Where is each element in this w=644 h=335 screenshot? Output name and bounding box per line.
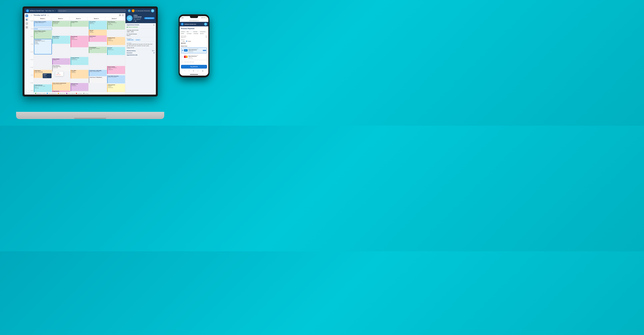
details-close-icon[interactable]: ▲ [153,24,154,25]
notification-btn[interactable]: 🔔 [128,9,131,12]
legend-ongoing: Ongoing Appointment [47,93,57,94]
appt-creed-r1[interactable]: Creed Bratton OreFacelimage, C7Manufal..… [34,39,52,54]
appointment-details-panel: Appointment Details ▲ Patient Confirmed … [126,23,156,95]
appt-nate[interactable]: Nate Nickerson Window Tooth Removal Dr. … [107,21,125,30]
rooms-grid: Jimmy Halpert | Comple... Dr. Black | 8:… [34,20,125,95]
phone-share-icon[interactable]: ⬆ [193,70,194,72]
room-5-column: Nate Nickerson Window Tooth Removal Dr. … [107,20,125,95]
sidebar-patients-icon[interactable]: 👥 [26,18,28,21]
appt-darryl[interactable]: Darryl Philbin | Comple... Doctor 1 | 9:… [34,30,52,39]
partial-radio[interactable]: Partial [186,40,190,42]
grid-view-icon[interactable]: ⊞ [119,14,121,16]
full-radio[interactable]: Full [181,40,184,42]
phone-back-icon[interactable]: ‹ [185,70,185,72]
app-title: Brilliance Dental Care - San Jose, CA [30,10,54,11]
card2-brand-icon: MC [184,56,188,58]
appt-andrew-r3[interactable]: Andrew Bernard GranfHead... 10:40-11:20 … [71,57,88,65]
card-option-2[interactable]: MC XXXX XXXX XXXX 1234 Claire Underwood … [181,54,207,60]
pay-button[interactable]: Pay $578.50 [181,65,207,68]
room-header-4: Room 4 [88,17,105,20]
user-name: Dr. Alexandria Richardson [136,10,150,11]
appt-david[interactable]: David Wallace Palletone, Farn 10:00-10:4… [52,36,70,44]
legend: Appointment Complete Ongoing Appointment… [34,92,125,95]
card-option-1[interactable]: AMEX XXXX XXXX XXXX 1234 Claire Underwoo… [181,47,207,53]
partial-radio-circle[interactable] [186,40,187,42]
prev-day-btn[interactable]: ‹ [30,14,32,16]
patient-card: CU Claire Underwood 35, F | (217) 762-45… [126,13,156,23]
appt-michael-r2[interactable]: Michael Scott #2-FM, #2-RU 8:00-8:30 AM [52,21,70,27]
patient-details: 35, F | (217) 762-4515 | $180.00 [134,18,143,20]
sidebar-calendar-icon[interactable]: 📅 [26,14,28,17]
appt-karen[interactable]: Karen Fillipeli 11:00 AM [52,58,70,65]
medical-history-section[interactable]: Medical History ⓘ ▼ [127,50,154,52]
delete-menu-item[interactable]: 🗑 Delete [56,74,63,75]
appt-jan[interactable]: Jan Levinson | Orthodontem Doctor 1 | 1:… [52,82,70,90]
appt-creed-r4[interactable]: Creed Bratton OreFacelimage, C7Manufal..… [89,47,107,53]
phone-time: 9:41 [181,17,184,18]
card-option-3[interactable]: XXXX XXXX XXXX 1234 [181,60,207,63]
time-1130: 11:30 [29,74,34,82]
phone-icon[interactable]: 📞 [137,20,138,22]
appt-clark[interactable]: Clark Green | C7ManillaCa... [89,77,107,83]
appt-nellie[interactable]: Nellie Bertram FaceWeld 1:30-2:30 PM [71,83,88,91]
appt-danny[interactable]: Danny Cordray Window Tooth Removal Docto… [107,66,125,74]
appt-roy[interactable]: Roy Anderson #8 MFC-C3PI, #19 BL... 11:3… [52,65,70,71]
patient-info: Claire Underwood 35, F | (217) 762-4515 … [134,14,143,22]
appointments-section[interactable]: Appointments (16) [127,54,154,56]
phone-bottom-bar: ‹ › ⬆ □ ⊞ [180,68,208,73]
add-appointment-btn[interactable]: Add Appointment [144,17,154,19]
appt-carol[interactable]: Carol Stills | Procedure Doctor 3 | 12-1… [107,75,125,83]
card3-radio[interactable] [182,61,183,63]
card2-expires: Expires 2021 [188,58,206,59]
patient1-info: 1 hr [206,35,207,36]
card2-radio[interactable] [182,56,183,57]
context-menu: ✏ Edit 🗑 Delete [56,71,64,76]
appt-erin[interactable]: Erin Hannon Backbolt 8 AM - 9 PM [89,21,107,30]
message-icon[interactable]: 💬 [135,20,136,22]
appt-charles[interactable]: Charles Minor 8:00 AM [71,21,88,27]
right-panel: CU Claire Underwood 35, F | (217) 762-45… [125,13,156,95]
view-icons: ⊞ ≡ [119,14,124,16]
appt-jimmy[interactable]: Jimmy Halpert | Comple... Dr. Black | 8:… [34,21,52,27]
full-radio-circle[interactable] [181,40,182,42]
invoice-due: 12/15/2022 [193,33,200,34]
time-11am: 11 AM [29,67,34,74]
alert-btn[interactable]: ⚠ [132,9,134,12]
appt-todd[interactable]: Todd Packer | LiBrandMa... Doctor 1 | 11… [89,70,107,76]
laptop-body [16,112,164,119]
list-view-icon[interactable]: ≡ [122,14,124,16]
card1-radio[interactable] [182,50,183,51]
patient2-name: Robert Fox [181,37,186,38]
radio-group: Full Partial [181,40,207,42]
appt-pam[interactable]: Pam Beasley Patident Doctor 1 10:00-10:3… [71,36,88,47]
legend-cancellation: Cancellation [76,93,82,94]
user-avatar[interactable]: AR [151,9,154,12]
next-day-btn[interactable]: › [47,14,49,16]
search-bar[interactable]: Search patient [58,9,126,12]
room-header-1: Room 1 [34,17,52,20]
email-icon[interactable]: ✉ [134,20,134,22]
appt-bennett[interactable]: Bennett Patident 8:30-9 AM [89,30,107,35]
appt-helene[interactable]: Helene Beasley PlanBHeld Doctor 3 1:00-2… [107,84,125,92]
phone-url-bar[interactable]: patient.brillydental.com [180,19,208,22]
insurance-section[interactable]: Insurance ⓘ [127,52,154,54]
appt-pete[interactable]: Pete Miller Tongeldk... 12:10-1 PM [71,70,88,78]
sidebar-settings-icon[interactable]: ⚙ [26,26,28,29]
patient-action-icons: ✉ 💬 📞 [134,20,143,22]
time-8am: 8 AM [29,20,34,28]
phone-forward-icon[interactable]: › [189,70,189,72]
phone-tabs-icon[interactable]: ⊞ [202,70,203,72]
room-1-column: Jimmy Halpert | Comple... Dr. Black | 8:… [34,20,52,95]
room-nav-btn[interactable]: › [123,17,125,20]
appt-ed[interactable]: Ed Truck Doctor 1 9:50-10:50 AM [107,47,125,55]
sidebar-reports-icon[interactable]: 📊 [26,22,28,25]
card1-brand-icon: AMEX [184,49,188,51]
proc-1: #8 MFL-C3PI [127,39,134,41]
appt-andrew-r1[interactable]: Andrew Bernard #6 OFC-C3PI, #19 CT, Limb… [34,84,52,93]
home-bar [190,74,198,75]
edit-menu-item[interactable]: ✏ Edit [56,72,63,74]
legend-confirmed: Patient Confirmed [66,93,75,94]
appt-hank[interactable]: Hank Sawyer 9:30 AM [89,35,107,42]
phone-bookmark-icon[interactable]: □ [198,70,198,72]
appt-dwight[interactable]: Dwight Schrute Oral Canal Doctor 1 9:10-… [107,37,125,45]
